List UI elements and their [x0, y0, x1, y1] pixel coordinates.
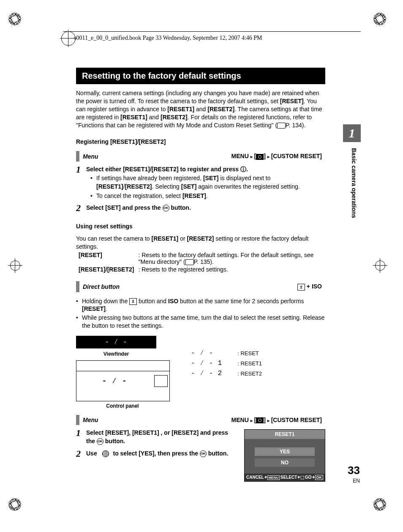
page-number: 33 [348, 464, 360, 477]
control-panel-display: - ⁄ - [76, 360, 170, 401]
reset-description: [RESET] : Resets to the factory default … [76, 251, 325, 274]
crop-mark [8, 258, 30, 279]
crop-mark [373, 13, 395, 34]
viewfinder-display: - ⁄ - [76, 336, 156, 348]
crop-mark [373, 258, 395, 279]
direct-button-notes: Holding down the ± button and ISO button… [76, 297, 325, 330]
menu-label: Menu [83, 153, 98, 160]
ok-icon: OK [200, 450, 207, 457]
using-paragraph: You can reset the camera to [RESET1] or … [76, 235, 325, 251]
screen-title: RESET1 [245, 430, 325, 439]
exposure-comp-icon: ± [297, 284, 305, 291]
book-icon [277, 123, 286, 129]
step-1: 1 Select either [RESET1]/[RESET2] to reg… [76, 164, 325, 200]
chapter-label: Basic camera operations [351, 148, 357, 218]
step-1b: 1 Select [RESET], [RESET1] , or [RESET2]… [76, 428, 236, 445]
camera-icon [256, 417, 264, 423]
ok-icon: OK [163, 205, 169, 211]
header-ornament [61, 31, 76, 46]
menu-path-box: Menu MENU ▸ [] ▸ [CUSTOM RESET] [76, 151, 325, 161]
screen-option-yes: YES [255, 447, 315, 456]
reset-legend: - ⁄ -: RESET - ⁄ - 1: RESET1 - ⁄ - 2: RE… [187, 348, 266, 379]
menu-label: Menu [83, 417, 98, 423]
direct-button-label: Direct button [83, 283, 120, 290]
menu-path-box-2: Menu MENU ▸ [] ▸ [CUSTOM RESET] [76, 415, 325, 425]
page-language: EN [353, 478, 360, 484]
direct-button-box: Direct button ± + ISO [76, 281, 325, 292]
header-text: s0011_e_00_0_unified.book Page 33 Wednes… [74, 35, 262, 41]
camera-screen: RESET1 YES NO CANCEL✦MENU SELECT✦⬚ GO✦OK [244, 429, 325, 482]
step-2b: 2 Use to select [YES], then press the OK… [76, 448, 236, 459]
screen-option-no: NO [255, 458, 315, 467]
subheading-registering: Registering [RESET1]/[RESET2] [76, 138, 325, 145]
camera-icon [256, 154, 264, 160]
screen-footer: CANCEL✦MENU SELECT✦⬚ GO✦OK [245, 474, 325, 481]
header-rule [63, 31, 361, 32]
dial-icon [99, 451, 112, 457]
intro-paragraph: Normally, current camera settings (inclu… [76, 89, 325, 129]
crop-mark [8, 498, 30, 519]
subheading-using: Using reset settings [76, 223, 325, 230]
book-icon [185, 259, 194, 265]
crop-mark [373, 498, 395, 519]
step-2: 2 Select [SET] and press the OK button. [76, 203, 325, 214]
chapter-tab: 1 [343, 124, 361, 142]
crop-mark [8, 13, 30, 34]
control-panel-label: Control panel [76, 403, 169, 409]
section-title: Resetting to the factory default setting… [76, 68, 325, 84]
ok-icon: OK [97, 438, 103, 445]
viewfinder-label: Viewfinder [76, 351, 156, 357]
exposure-comp-icon: ± [129, 298, 137, 305]
